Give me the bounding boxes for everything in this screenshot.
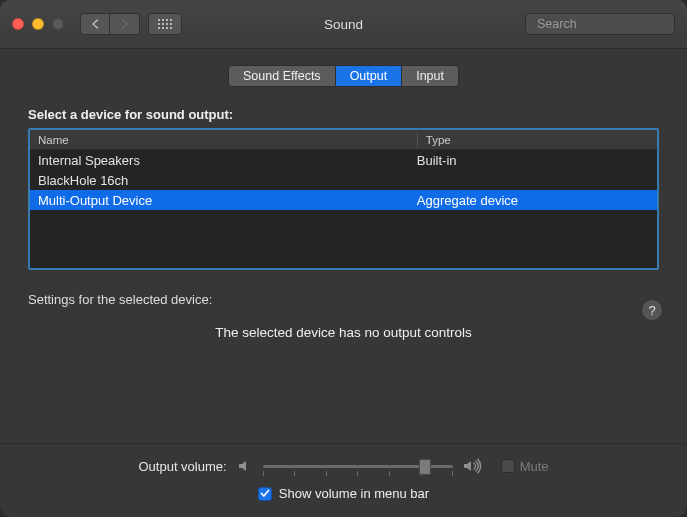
- svg-rect-2: [166, 19, 168, 21]
- svg-rect-10: [166, 27, 168, 29]
- zoom-window-button[interactable]: [52, 18, 64, 30]
- sound-preferences-window: Sound Sound Effects Output Input Select …: [0, 0, 687, 517]
- output-volume-slider[interactable]: [263, 465, 453, 468]
- show-all-button[interactable]: [148, 13, 182, 35]
- mute-checkbox[interactable]: [501, 459, 515, 473]
- header-divider: [417, 133, 418, 147]
- tab-input[interactable]: Input: [402, 65, 459, 87]
- nav-back-forward: [80, 13, 140, 35]
- device-name: Internal Speakers: [38, 153, 417, 168]
- minimize-window-button[interactable]: [32, 18, 44, 30]
- help-button[interactable]: ?: [641, 299, 663, 321]
- tab-sound-effects[interactable]: Sound Effects: [228, 65, 336, 87]
- search-input[interactable]: [537, 17, 687, 31]
- device-type: Built-in: [417, 153, 649, 168]
- select-device-label: Select a device for sound output:: [28, 107, 659, 122]
- mute-label: Mute: [520, 459, 549, 474]
- show-volume-label: Show volume in menu bar: [279, 486, 429, 501]
- volume-row: Output volume: Mute: [28, 458, 659, 474]
- svg-rect-3: [170, 19, 172, 21]
- svg-rect-7: [170, 23, 172, 25]
- titlebar: Sound: [0, 0, 687, 49]
- slider-knob[interactable]: [419, 459, 431, 475]
- svg-rect-9: [162, 27, 164, 29]
- footer: Output volume: Mute: [0, 443, 687, 517]
- settings-for-device-label: Settings for the selected device:: [28, 292, 659, 307]
- window-controls: [12, 18, 64, 30]
- tab-output[interactable]: Output: [336, 65, 403, 87]
- show-in-menu-bar-toggle[interactable]: Show volume in menu bar: [28, 486, 659, 501]
- search-field[interactable]: [525, 13, 675, 35]
- device-name: BlackHole 16ch: [38, 173, 417, 188]
- device-table: Name Type Internal Speakers Built-in Bla…: [28, 128, 659, 270]
- table-header: Name Type: [30, 130, 657, 150]
- help-icon: ?: [648, 303, 655, 318]
- output-volume-label: Output volume:: [138, 459, 226, 474]
- volume-low-icon: [237, 459, 253, 473]
- back-button[interactable]: [80, 13, 110, 35]
- svg-rect-1: [162, 19, 164, 21]
- grid-icon: [158, 19, 172, 29]
- svg-rect-4: [158, 23, 160, 25]
- forward-button[interactable]: [110, 13, 140, 35]
- svg-rect-8: [158, 27, 160, 29]
- table-row[interactable]: Multi-Output Device Aggregate device: [30, 190, 657, 210]
- volume-high-icon: [463, 458, 485, 474]
- close-window-button[interactable]: [12, 18, 24, 30]
- no-output-controls-text: The selected device has no output contro…: [28, 325, 659, 340]
- column-type[interactable]: Type: [426, 134, 649, 146]
- svg-rect-5: [162, 23, 164, 25]
- mute-toggle[interactable]: Mute: [501, 459, 549, 474]
- svg-rect-11: [170, 27, 172, 29]
- show-volume-checkbox[interactable]: [258, 487, 272, 501]
- column-name[interactable]: Name: [38, 134, 417, 146]
- device-type: Aggregate device: [417, 193, 649, 208]
- table-row[interactable]: Internal Speakers Built-in: [30, 150, 657, 170]
- svg-rect-0: [158, 19, 160, 21]
- svg-rect-6: [166, 23, 168, 25]
- content-area: Sound Effects Output Input Select a devi…: [0, 49, 687, 443]
- check-icon: [260, 489, 270, 498]
- table-row[interactable]: BlackHole 16ch: [30, 170, 657, 190]
- device-name: Multi-Output Device: [38, 193, 417, 208]
- tabs: Sound Effects Output Input: [28, 65, 659, 87]
